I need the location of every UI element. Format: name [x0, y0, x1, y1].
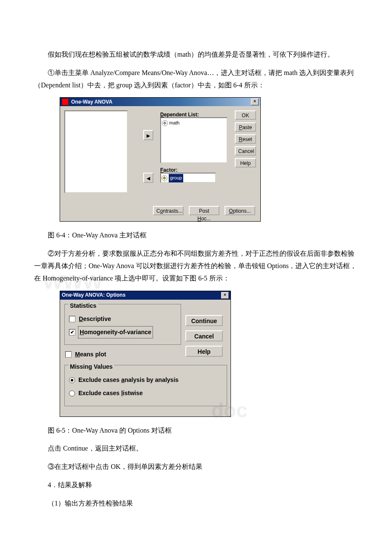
options-button[interactable]: Options... [225, 206, 255, 215]
exclude-listwise-radio-row[interactable]: Exclude cases listwise [69, 388, 222, 399]
anova-icon [62, 98, 69, 105]
exclude-analysis-radio-row[interactable]: Exclude cases analysis by analysis [69, 375, 222, 385]
descriptive-label: Descriptive [79, 314, 111, 324]
help-button[interactable]: Help [235, 158, 256, 168]
move-to-dependent-button[interactable]: ▶ [143, 130, 153, 140]
paragraph-6: 4．结果及解释 [34, 479, 358, 491]
descriptive-checkbox-row[interactable]: Descriptive [69, 314, 176, 324]
cancel-button[interactable]: Cancel [185, 330, 223, 341]
anova-dialog: One-Way ANOVA × Dependent List: ✣ math F… [60, 97, 261, 222]
dialog1-title: One-Way ANOVA [71, 98, 251, 107]
exclude-listwise-label: Exclude cases listwise [78, 388, 143, 399]
checkbox-icon: ✔ [69, 329, 75, 335]
arrow-right-icon: ▶ [147, 133, 150, 138]
means-plot-label: Means plot [75, 349, 106, 360]
factor-var-group[interactable]: ✣ group [161, 174, 215, 182]
reset-button[interactable]: Reset [235, 134, 256, 144]
statistics-group-label: Statistics [68, 301, 98, 311]
ok-button[interactable]: OK [235, 110, 256, 120]
dependent-var-label: math [169, 119, 179, 127]
posthoc-button[interactable]: Post Hoc... [189, 206, 219, 215]
scale-icon: ✣ [161, 175, 167, 181]
cancel-button[interactable]: Cancel [235, 146, 256, 156]
close-icon[interactable]: × [251, 98, 259, 105]
contrasts-button[interactable]: Contrasts... [153, 206, 184, 215]
figure-6-4-caption: 图 6-4：One-Way Anova 主对话框 [34, 229, 358, 242]
move-to-factor-button[interactable]: ◀ [143, 173, 153, 183]
factor-field[interactable]: ✣ group [160, 173, 216, 183]
dialog2-title: One-Way ANOVA: Options [62, 291, 221, 300]
arrow-left-icon: ◀ [147, 176, 150, 181]
factor-var-label: group [169, 174, 183, 182]
exclude-analysis-label: Exclude cases analysis by analysis [78, 375, 179, 385]
close-icon[interactable]: × [221, 292, 229, 299]
anova-options-dialog: One-Way ANOVA: Options × Continue Cancel… [60, 291, 231, 417]
checkbox-icon [69, 316, 75, 322]
homogeneity-checkbox-row[interactable]: ✔ Homogeneity-of-variance [69, 327, 176, 338]
continue-button[interactable]: Continue [185, 315, 223, 326]
paste-button[interactable]: Paste [235, 122, 256, 132]
paragraph-1: 假如我们现在想检验五组被试的数学成绩（math）的均值差异是否显著性，可依下列操… [34, 49, 358, 61]
paragraph-4: 点击 Continue，返回主对话框。 [34, 442, 358, 455]
radio-icon [69, 377, 75, 383]
dependent-var-math[interactable]: ✣ math [162, 119, 226, 127]
paragraph-2: ①单击主菜单 Analyze/Compare Means/One-Way Ano… [34, 67, 358, 92]
homogeneity-label: Homogeneity-of-variance [79, 327, 152, 338]
paragraph-5: ③在主对话框中点击 OK，得到单因素方差分析结果 [34, 461, 358, 473]
paragraph-3: ②对于方差分析，要求数据服从正态分布和不同组数据方差齐性，对于正态性的假设在后面… [34, 248, 358, 284]
checkbox-icon [65, 351, 72, 358]
dependent-list[interactable]: ✣ math [160, 117, 228, 163]
radio-icon [69, 390, 75, 396]
scale-icon: ✣ [162, 120, 168, 126]
missing-values-group-label: Missing Values [68, 361, 114, 372]
paragraph-7: （1）输出方差齐性检验结果 [34, 497, 358, 510]
figure-6-5-caption: 图 6-5：One-Way Anova 的 Options 对话框 [34, 425, 358, 437]
help-button[interactable]: Help [185, 346, 223, 357]
source-variable-list[interactable] [64, 110, 128, 193]
